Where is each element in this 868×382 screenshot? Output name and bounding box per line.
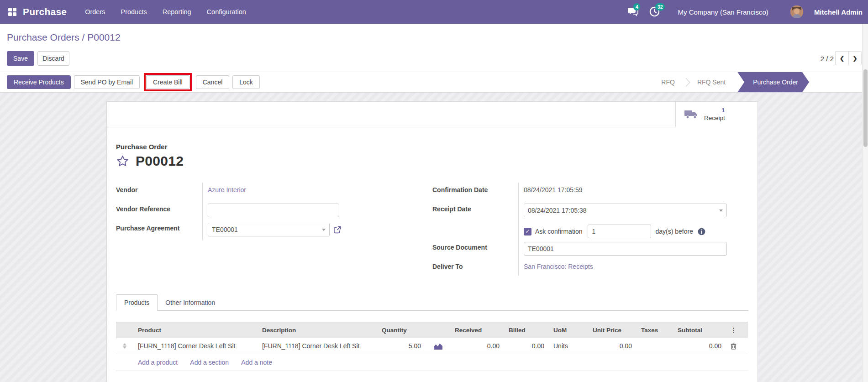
pager-previous-button[interactable]: ❮ — [835, 51, 848, 65]
save-button[interactable]: Save — [7, 51, 34, 66]
deliver-to-value-link[interactable]: San Francisco: Receipts — [524, 263, 593, 270]
header-billed[interactable]: Billed — [504, 322, 549, 338]
add-a-note-link[interactable]: Add a note — [241, 359, 272, 366]
statusbar-buttons: Receive Products Send PO by Email Create… — [7, 72, 260, 92]
receipt-count: 1 — [704, 107, 725, 115]
dropdown-caret-icon[interactable] — [322, 229, 326, 231]
activities-icon[interactable]: 32 — [649, 6, 661, 17]
datepicker-caret-icon[interactable] — [719, 209, 723, 212]
stage-separator-icon — [682, 78, 690, 86]
receipt-date-label: Receipt Date — [432, 202, 518, 221]
header-received[interactable]: Received — [450, 322, 504, 338]
scrollbar-thumb[interactable] — [863, 69, 868, 147]
breadcrumb-current: P00012 — [87, 32, 120, 42]
cell-billed[interactable]: 0.00 — [504, 338, 549, 354]
trash-icon[interactable] — [731, 343, 736, 350]
source-document-input[interactable]: TE00001 — [524, 242, 727, 256]
cell-unit-price[interactable]: 0.00 — [588, 338, 637, 354]
messages-badge: 4 — [633, 3, 640, 10]
right-field-group: Confirmation Date 08/24/2021 17:05:59 Re… — [432, 183, 727, 276]
favorite-star-icon[interactable] — [116, 155, 129, 167]
company-switcher[interactable]: My Company (San Francisco) — [678, 8, 768, 16]
discard-button[interactable]: Discard — [37, 51, 69, 66]
deliver-to-label: Deliver To — [432, 259, 518, 276]
receipt-label: Receipt — [704, 115, 725, 122]
receive-products-button[interactable]: Receive Products — [7, 75, 71, 89]
menu-orders[interactable]: Orders — [85, 8, 105, 16]
ask-confirmation-checkbox[interactable]: ✓ — [524, 228, 531, 235]
vendor-reference-input[interactable] — [208, 204, 339, 217]
table-row[interactable]: [FURN_1118] Corner Desk Left Sit [FURN_1… — [116, 338, 748, 354]
tab-products[interactable]: Products — [116, 294, 158, 311]
row-drag-handle[interactable] — [116, 338, 133, 354]
statusbar: Receive Products Send PO by Email Create… — [0, 72, 868, 93]
cell-uom[interactable]: Units — [549, 338, 588, 354]
user-avatar[interactable] — [790, 5, 803, 18]
order-lines-table: Product Description Quantity Received Bi… — [116, 322, 748, 371]
navbar-menus: Orders Products Reporting Configuration — [85, 8, 246, 16]
vendor-value-link[interactable]: Azure Interior — [208, 186, 246, 194]
smart-button-row: 1 Receipt — [107, 102, 758, 127]
cell-taxes[interactable] — [637, 338, 673, 354]
cell-description[interactable]: [FURN_1118] Corner Desk Left Sit — [258, 338, 377, 354]
create-bill-button[interactable]: Create Bill — [146, 75, 189, 89]
table-header-row: Product Description Quantity Received Bi… — [116, 322, 748, 338]
source-document-label: Source Document — [432, 240, 518, 259]
ask-confirmation-spacer — [432, 221, 518, 240]
tab-other-information[interactable]: Other Information — [158, 295, 223, 310]
add-a-section-link[interactable]: Add a section — [190, 359, 229, 366]
stage-rfq[interactable]: RFQ — [654, 78, 682, 86]
cell-product[interactable]: [FURN_1118] Corner Desk Left Sit — [133, 338, 258, 354]
receipt-date-value: 08/24/2021 17:05:38 — [528, 207, 586, 214]
sort-handle-icon[interactable] — [121, 343, 129, 349]
receipt-smart-button-text: 1 Receipt — [704, 107, 725, 122]
header-subtotal[interactable]: Subtotal — [673, 322, 726, 338]
statusbar-stages: RFQ RFQ Sent Purchase Order — [654, 72, 809, 92]
header-taxes[interactable]: Taxes — [637, 322, 673, 338]
info-icon[interactable] — [698, 228, 705, 235]
table-add-row: Add a product Add a section Add a note — [116, 354, 748, 371]
user-menu[interactable]: Mitchell Admin — [814, 8, 863, 16]
cell-subtotal[interactable]: 0.00 — [673, 338, 726, 354]
confirmation-date-value: 08/24/2021 17:05:59 — [524, 186, 582, 194]
header-handle — [116, 322, 133, 338]
header-quantity[interactable]: Quantity — [377, 322, 426, 338]
menu-reporting[interactable]: Reporting — [163, 8, 191, 16]
external-link-icon[interactable] — [334, 226, 341, 234]
cell-quantity[interactable]: 5.00 — [377, 338, 426, 354]
confirmation-date-label: Confirmation Date — [432, 183, 518, 202]
pager-next-button[interactable]: ❯ — [848, 51, 862, 65]
cancel-button[interactable]: Cancel — [196, 75, 230, 89]
header-uom[interactable]: UoM — [549, 322, 588, 338]
header-unit-price[interactable]: Unit Price — [588, 322, 637, 338]
form-sheet: 1 Receipt Purchase Order P00012 Vendor A… — [106, 101, 758, 382]
stage-purchase-order[interactable]: Purchase Order — [737, 72, 809, 92]
days-before-input[interactable]: 1 — [588, 225, 651, 238]
add-a-product-link[interactable]: Add a product — [138, 359, 178, 366]
cell-received[interactable]: 0.00 — [450, 338, 504, 354]
vertical-scrollbar[interactable] — [862, 24, 868, 382]
menu-configuration[interactable]: Configuration — [207, 8, 246, 16]
form-view-background: 1 Receipt Purchase Order P00012 Vendor A… — [0, 93, 868, 382]
optional-columns-icon[interactable]: ⋮ — [726, 322, 748, 338]
apps-menu-icon[interactable] — [8, 8, 16, 16]
cell-forecast[interactable] — [426, 338, 450, 354]
send-po-by-email-button[interactable]: Send PO by Email — [74, 75, 140, 89]
lock-button[interactable]: Lock — [232, 75, 260, 89]
menu-products[interactable]: Products — [121, 8, 147, 16]
stage-rfq-sent[interactable]: RFQ Sent — [690, 78, 733, 86]
purchase-agreement-value: TE00001 — [212, 226, 238, 233]
app-name[interactable]: Purchase — [23, 6, 67, 17]
red-annotation-box: Create Bill — [144, 73, 192, 91]
messages-icon[interactable]: 4 — [627, 6, 639, 17]
purchase-agreement-input[interactable]: TE00001 — [208, 223, 330, 236]
forecast-chart-icon[interactable] — [434, 343, 442, 350]
cell-delete[interactable] — [726, 338, 748, 354]
header-description[interactable]: Description — [258, 322, 377, 338]
page-title: P00012 — [136, 153, 184, 169]
receipt-smart-button[interactable]: 1 Receipt — [675, 102, 758, 127]
breadcrumb-parent[interactable]: Purchase Orders — [7, 32, 79, 42]
header-product[interactable]: Product — [133, 322, 258, 338]
ask-confirmation-label: Ask confirmation — [535, 228, 582, 235]
receipt-date-input[interactable]: 08/24/2021 17:05:38 — [524, 204, 727, 217]
